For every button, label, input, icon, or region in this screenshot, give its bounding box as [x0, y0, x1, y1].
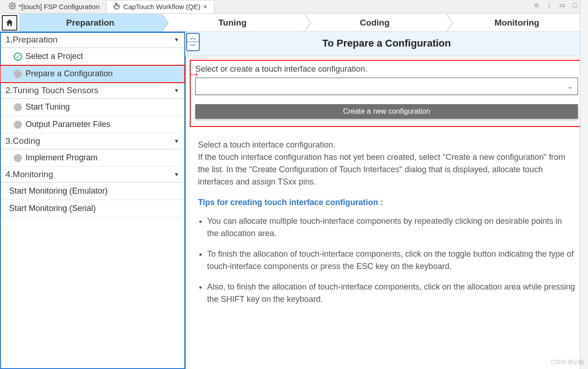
tip-item: To finish the allocation of touch-interf…	[207, 248, 575, 273]
caret-down-icon: ▼	[174, 171, 179, 178]
check-icon: ✓	[14, 53, 22, 61]
editor-tabbar: *[touch] FSP Configuration CapTouch Work…	[0, 0, 588, 14]
stage-tuning[interactable]: Tuning	[161, 14, 304, 32]
workflow-stagebar: Preparation Tuning Coding Monitoring	[0, 14, 588, 32]
tab-label: *[touch] FSP Configuration	[19, 3, 99, 11]
tips-heading: Tips for creating touch interface config…	[198, 196, 575, 209]
maximize-icon[interactable]: □	[571, 1, 579, 9]
sidebar-item-select-project[interactable]: ✓ Select a Project	[0, 48, 185, 65]
stage-monitoring[interactable]: Monitoring	[446, 14, 588, 32]
sidebar-item-implement-program[interactable]: Implement Program	[0, 149, 185, 167]
bullet-icon	[14, 121, 22, 129]
content-panel: ︿ ﹀ To Prepare a Configuration Select or…	[185, 32, 588, 369]
caret-down-icon: ▼	[174, 37, 179, 43]
close-icon[interactable]: ✕	[203, 4, 208, 10]
section-preparation[interactable]: 1.Preparation ▼	[0, 32, 185, 48]
sidebar-item-start-tuning[interactable]: Start Tuning	[0, 99, 185, 116]
tip-item: Also, to finish the allocation of touch-…	[207, 281, 575, 306]
bullet-icon	[14, 70, 22, 78]
config-selection-area: Select or create a touch interface confi…	[190, 60, 583, 127]
content-title: ︿ ﹀ To Prepare a Configuration	[185, 32, 588, 56]
bullet-icon	[14, 103, 22, 111]
sidebar-item-monitor-serial[interactable]: Start Monitoring (Serial)	[0, 200, 185, 217]
section-monitoring[interactable]: 4.Monitoring ▼	[0, 167, 185, 183]
home-button[interactable]	[2, 15, 17, 31]
stage-preparation[interactable]: Preparation	[19, 14, 161, 32]
tab-fsp-config[interactable]: *[touch] FSP Configuration	[2, 0, 106, 13]
updown-control: ︿ ﹀	[186, 33, 200, 51]
gear-icon	[9, 2, 16, 11]
watermark-text: CSDN @记帖	[551, 358, 584, 366]
bullet-icon	[14, 154, 22, 162]
minimize-icon[interactable]: ▭	[558, 1, 566, 9]
section-tuning[interactable]: 2.Tuning Touch Sensors ▼	[0, 83, 185, 99]
menu-icon[interactable]: ⋮	[545, 1, 553, 9]
caret-down-icon: ▼	[174, 138, 179, 144]
chevron-down-icon: ⌄	[567, 83, 573, 90]
right-gutter	[580, 0, 588, 369]
config-dropdown[interactable]: ⌄	[195, 78, 578, 95]
create-config-button[interactable]: Create a new configuration	[195, 104, 578, 119]
stage-coding[interactable]: Coding	[304, 14, 446, 32]
finger-icon	[113, 2, 120, 11]
tip-item: You can allocate multiple touch-interfac…	[207, 215, 575, 240]
caret-down-icon: ▼	[174, 87, 179, 94]
down-button[interactable]: ﹀	[187, 42, 199, 50]
tab-label: CapTouch Workflow (QE)	[123, 3, 200, 11]
svg-point-0	[11, 5, 13, 7]
sidebar-item-monitor-emulator[interactable]: Start Monitoring (Emulator)	[0, 183, 185, 200]
toolbar-right: ⎋ ⋮ ▭ □	[532, 1, 579, 9]
description-text: Select a touch interface configuration. …	[185, 132, 588, 306]
up-button[interactable]: ︿	[187, 34, 199, 42]
tab-captouch-workflow[interactable]: CapTouch Workflow (QE) ✕	[106, 0, 214, 13]
section-coding[interactable]: 3.Coding ▼	[0, 133, 185, 149]
link-icon[interactable]: ⎋	[532, 1, 541, 9]
instruction-text: Select or create a touch interface confi…	[195, 64, 578, 74]
sidebar-item-output-params[interactable]: Output Parameter Files	[0, 116, 185, 133]
workflow-sidebar: 1.Preparation ▼ ✓ Select a Project Prepa…	[0, 32, 185, 369]
sidebar-item-prepare-config[interactable]: Prepare a Configuration →	[0, 65, 185, 83]
